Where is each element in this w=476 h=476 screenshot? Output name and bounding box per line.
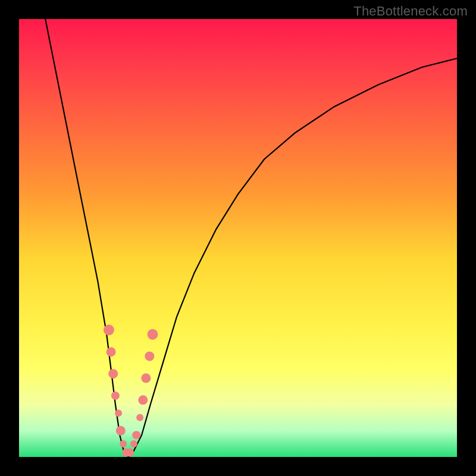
marker-dot [120,440,127,447]
marker-dot [138,395,148,405]
marker-dot [126,449,134,457]
marker-dot [132,431,140,439]
marker-dot [141,374,151,383]
marker-dot [108,369,118,378]
chart-container: TheBottleneck.com [0,0,476,476]
marker-dot [148,329,158,340]
marker-dot [130,440,137,447]
marker-dot [115,409,122,416]
marker-dot [107,347,116,356]
marker-dot [116,426,126,436]
marker-dot [104,325,114,336]
marker-dot [136,414,143,421]
curve-layer [19,19,457,457]
marker-dot [145,352,154,361]
plot-area [19,19,457,457]
marker-dot [111,392,120,400]
watermark-text: TheBottleneck.com [353,4,468,19]
bottleneck-curve [45,19,457,457]
curve-markers [104,325,158,457]
